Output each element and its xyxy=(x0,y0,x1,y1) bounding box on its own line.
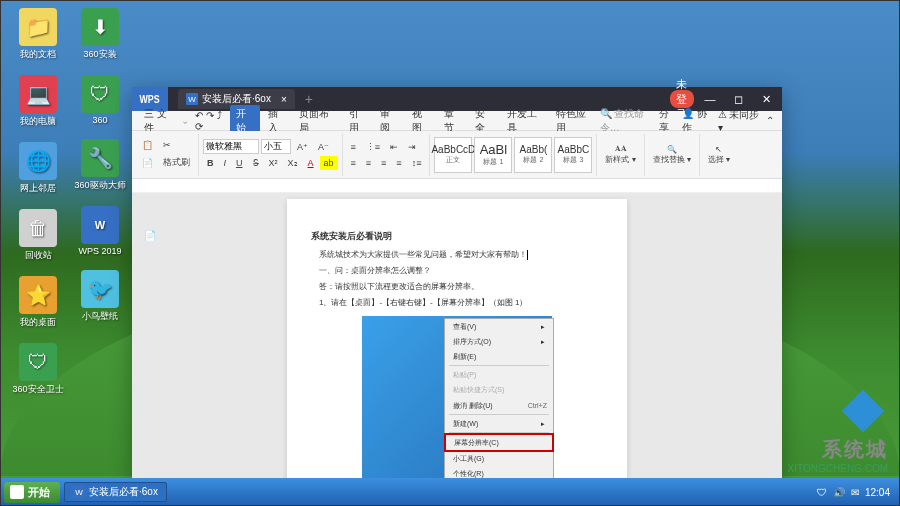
collapse-ribbon-icon[interactable]: ⌃ xyxy=(766,115,774,126)
taskbar-app-button[interactable]: W 安装后必看·6ox xyxy=(64,482,167,502)
login-badge[interactable]: 未登录 xyxy=(670,90,694,108)
page: 系统安装后必看说明 系统城技术为大家提供一些常见问题，希望对大家有帮助！ 一、问… xyxy=(287,199,627,484)
style-h3[interactable]: AaBbC标题 3 xyxy=(554,137,592,173)
watermark-logo-icon xyxy=(838,386,888,436)
super-button[interactable]: X² xyxy=(265,156,282,170)
bold-button[interactable]: B xyxy=(203,156,218,170)
align-right-button[interactable]: ≡ xyxy=(377,156,390,170)
paste-button[interactable]: 📋 xyxy=(138,138,157,152)
ruler[interactable] xyxy=(132,179,782,193)
underline-button[interactable]: U xyxy=(232,156,247,170)
embedded-screenshot-1: 查看(V)▸ 排序方式(O)▸ 刷新(E) 粘贴(P) 粘贴快捷方式(S) 撤消… xyxy=(362,316,552,484)
menubar: 三 文件 ⌄ ↶ ↷ ⤴ ⟳ 开始 插入 页面布局 引用 审阅 视图 章节 安全… xyxy=(132,111,782,131)
document-area[interactable]: 系统安装后必看说明 系统城技术为大家提供一些常见问题，希望对大家有帮助！ 一、问… xyxy=(132,193,782,484)
line-spacing-button[interactable]: ↕≡ xyxy=(408,156,426,170)
desktop-icons: 📁我的文档 💻我的电脑 🌐网上邻居 🗑回收站 ⭐我的桌面 🛡360安全卫士 xyxy=(8,8,68,396)
style-normal[interactable]: AaBbCcD正文 xyxy=(434,137,472,173)
indent-inc-button[interactable]: ⇥ xyxy=(404,140,420,154)
close-button[interactable]: ✕ xyxy=(754,90,778,108)
italic-button[interactable]: I xyxy=(220,156,231,170)
ribbon: 📋✂ 📄格式刷 A⁺ A⁻ B I U S̶ X² X₂ A xyxy=(132,131,782,179)
style-h2[interactable]: AaBb(标题 2 xyxy=(514,137,552,173)
text-cursor xyxy=(527,250,528,260)
ctx-item: 查看(V)▸ xyxy=(445,319,553,334)
sync-status[interactable]: ⚠ 未同步 ▾ xyxy=(718,108,760,133)
grow-font-button[interactable]: A⁺ xyxy=(293,140,312,154)
context-menu: 查看(V)▸ 排序方式(O)▸ 刷新(E) 粘贴(P) 粘贴快捷方式(S) 撤消… xyxy=(444,318,554,483)
clock[interactable]: 12:04 xyxy=(865,487,890,498)
ctx-item: 撤消 删除(U)Ctrl+Z xyxy=(445,398,553,413)
word-icon: W xyxy=(73,486,85,498)
doc-paragraph: 一、问：桌面分辨率怎么调整？ xyxy=(311,265,603,278)
windows-icon xyxy=(10,485,24,499)
format-painter[interactable]: 格式刷 xyxy=(159,154,194,171)
select-button[interactable]: ↖选择 ▾ xyxy=(704,143,734,167)
desktop-icon[interactable]: 🛡360安全卫士 xyxy=(8,343,68,396)
start-button[interactable]: 开始 xyxy=(4,482,60,503)
sub-button[interactable]: X₂ xyxy=(284,156,302,170)
document-sidebar-icon[interactable]: 📄 xyxy=(144,230,156,241)
desktop-icon[interactable]: 🛡360 xyxy=(70,75,130,125)
desktop-icon[interactable]: ⬇360安装 xyxy=(70,8,130,61)
tray-icon[interactable]: 🛡 xyxy=(817,487,827,498)
number-list-button[interactable]: ⋮≡ xyxy=(362,140,384,154)
minimize-button[interactable]: — xyxy=(698,90,722,108)
wps-window: WPS W 安装后必看·6ox × + 未登录 — ◻ ✕ 三 文件 ⌄ ↶ ↷… xyxy=(132,87,782,484)
cut-button[interactable]: ✂ xyxy=(159,138,175,152)
strike-button[interactable]: S̶ xyxy=(249,156,263,170)
ctx-item: 小工具(G) xyxy=(445,451,553,466)
style-gallery[interactable]: AaBbCcD正文 AaBl标题 1 AaBb(标题 2 AaBbC标题 3 xyxy=(434,137,592,173)
close-tab-icon[interactable]: × xyxy=(281,94,287,105)
copy-button[interactable]: 📄 xyxy=(138,156,157,170)
desktop-icon[interactable]: WWPS 2019 xyxy=(70,206,130,256)
justify-button[interactable]: ≡ xyxy=(392,156,405,170)
align-left-button[interactable]: ≡ xyxy=(347,156,360,170)
doc-paragraph: 系统城技术为大家提供一些常见问题，希望对大家有帮助！ xyxy=(311,249,603,262)
taskbar: 开始 W 安装后必看·6ox 🛡 🔊 ✉ 12:04 xyxy=(0,478,900,506)
font-name-input[interactable] xyxy=(203,139,259,154)
font-size-input[interactable] xyxy=(261,139,291,154)
style-h1[interactable]: AaBl标题 1 xyxy=(474,137,512,173)
doc-paragraph: 1、请在【桌面】-【右键右键】-【屏幕分辨率】（如图 1） xyxy=(311,297,603,310)
desktop-icon[interactable]: 📁我的文档 xyxy=(8,8,68,61)
maximize-button[interactable]: ◻ xyxy=(726,90,750,108)
watermark: 系统城 XITONGCHENG.COM xyxy=(788,386,888,474)
desktop-icon[interactable]: 🌐网上邻居 xyxy=(8,142,68,195)
indent-dec-button[interactable]: ⇤ xyxy=(386,140,402,154)
new-style-button[interactable]: 𝐀𝐀新样式 ▾ xyxy=(601,142,639,167)
doc-title: 系统安装后必看说明 xyxy=(311,229,603,243)
word-icon: W xyxy=(186,93,198,105)
tray-icon[interactable]: 🔊 xyxy=(833,487,845,498)
highlight-button[interactable]: ab xyxy=(320,156,338,170)
desktop-icon[interactable]: 💻我的电脑 xyxy=(8,75,68,128)
desktop-icon[interactable]: 🗑回收站 xyxy=(8,209,68,262)
system-tray[interactable]: 🛡 🔊 ✉ 12:04 xyxy=(817,487,896,498)
tray-icon[interactable]: ✉ xyxy=(851,487,859,498)
ctx-item: 粘贴快捷方式(S) xyxy=(445,382,553,397)
ctx-item: 粘贴(P) xyxy=(445,367,553,382)
ctx-item: 刷新(E) xyxy=(445,349,553,364)
desktop-icon[interactable]: 🔧360驱动大师 xyxy=(70,139,130,192)
desktop-icon[interactable]: 🐦小鸟壁纸 xyxy=(70,270,130,323)
find-replace-button[interactable]: 🔍查找替换 ▾ xyxy=(649,143,695,167)
bullet-list-button[interactable]: ≡ xyxy=(347,140,360,154)
font-color-button[interactable]: A xyxy=(304,156,318,170)
desktop-icon[interactable]: ⭐我的桌面 xyxy=(8,276,68,329)
shrink-font-button[interactable]: A⁻ xyxy=(314,140,333,154)
ctx-item-highlighted: 屏幕分辨率(C) xyxy=(445,434,553,451)
align-center-button[interactable]: ≡ xyxy=(362,156,375,170)
ctx-item: 新建(W)▸ xyxy=(445,416,553,431)
ctx-item: 排序方式(O)▸ xyxy=(445,334,553,349)
desktop: 📁我的文档 💻我的电脑 🌐网上邻居 🗑回收站 ⭐我的桌面 🛡360安全卫士 ⬇3… xyxy=(0,0,900,506)
doc-paragraph: 答：请按照以下流程更改适合的屏幕分辨率。 xyxy=(311,281,603,294)
